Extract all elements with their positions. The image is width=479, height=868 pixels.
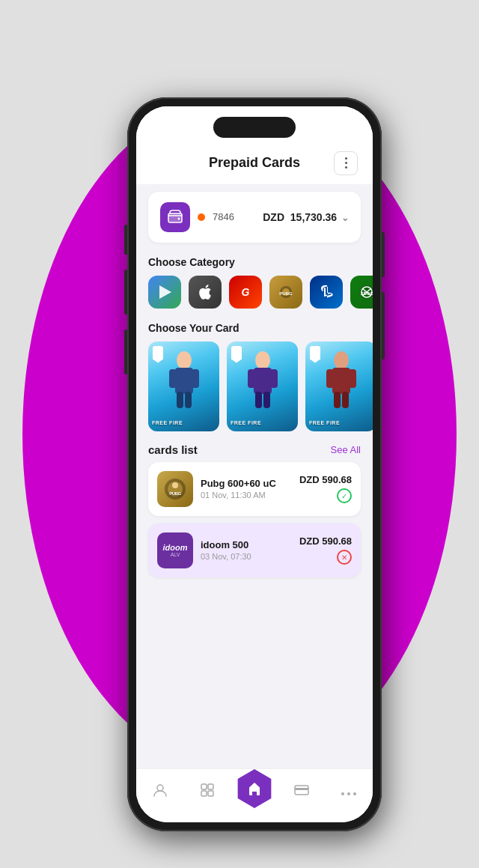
ff-card-label-3: FREE FIRE bbox=[309, 420, 340, 425]
volume-down-button bbox=[382, 292, 385, 359]
volume-down-left-button bbox=[124, 330, 127, 374]
pubg-card-name: Pubg 600+60 uC bbox=[201, 478, 292, 489]
dynamic-island bbox=[213, 117, 296, 138]
svg-point-47 bbox=[341, 792, 344, 795]
idoom-sub: ALV bbox=[163, 552, 188, 558]
category-item-pubg[interactable]: PUBG bbox=[269, 276, 302, 309]
status-dot bbox=[198, 213, 205, 221]
success-status-icon: ✓ bbox=[337, 488, 352, 503]
svg-point-40 bbox=[157, 785, 163, 791]
category-item-google[interactable] bbox=[148, 276, 181, 309]
phone-mockup: Prepaid Cards bbox=[127, 97, 382, 831]
idoom-card-price: DZD 590.68 bbox=[299, 535, 352, 547]
ff-title-bar-3: FREE FIRE bbox=[305, 415, 373, 431]
svg-rect-42 bbox=[208, 784, 213, 789]
svg-rect-27 bbox=[349, 369, 356, 388]
pubg-card-price: DZD 590.68 bbox=[299, 474, 352, 485]
svg-rect-21 bbox=[270, 369, 278, 388]
category-scroll[interactable]: G PUBG bbox=[136, 273, 373, 316]
pubg-card-info: Pubg 600+60 uC 01 Nov, 11:30 AM bbox=[201, 478, 292, 500]
google-play-icon bbox=[148, 276, 181, 309]
svg-rect-23 bbox=[263, 392, 270, 408]
menu-button[interactable] bbox=[334, 151, 358, 175]
svg-marker-2 bbox=[159, 285, 171, 299]
dots-vertical-icon bbox=[345, 157, 347, 169]
svg-point-18 bbox=[255, 351, 270, 369]
cards-list-header: cards list See All bbox=[136, 439, 373, 462]
list-item-pubg[interactable]: PUBG Pubg 600+60 uC 01 Nov, 11:30 AM DZD… bbox=[148, 462, 361, 516]
phone-body: Prepaid Cards bbox=[127, 97, 382, 831]
svg-point-48 bbox=[347, 792, 350, 795]
category-item-xbox[interactable]: xbox bbox=[350, 276, 373, 309]
idoom-card-right: DZD 590.68 ✕ bbox=[299, 535, 352, 565]
svg-rect-14 bbox=[169, 369, 177, 388]
svg-text:xbox: xbox bbox=[361, 290, 373, 295]
svg-point-12 bbox=[177, 351, 192, 369]
balance-amount: DZD 15,730.36 ⌄ bbox=[263, 211, 349, 223]
xbox-icon: xbox bbox=[350, 276, 373, 309]
ff-character-3 bbox=[305, 342, 373, 416]
balance-card[interactable]: 7846 DZD 15,730.36 ⌄ bbox=[148, 192, 361, 243]
category-item-playstation[interactable] bbox=[310, 276, 343, 309]
dot-2 bbox=[345, 162, 347, 164]
nav-item-cards[interactable] bbox=[278, 782, 326, 802]
game-card-freefire-1[interactable]: FREE FIRE bbox=[148, 342, 219, 431]
dot-1 bbox=[345, 157, 347, 160]
category-item-garena[interactable]: G bbox=[229, 276, 262, 309]
nav-item-home[interactable] bbox=[231, 769, 278, 814]
game-card-freefire-3[interactable]: FREE FIRE bbox=[305, 342, 373, 431]
ff-card-label-1: FREE FIRE bbox=[152, 420, 183, 425]
svg-rect-17 bbox=[185, 392, 192, 408]
ff-title-bar-2: FREE FIRE bbox=[227, 415, 298, 431]
list-item-idoom[interactable]: idoom ALV idoom 500 03 Nov, 07:30 DZD 59… bbox=[148, 523, 361, 577]
phone-screen: Prepaid Cards bbox=[136, 106, 373, 822]
power-button bbox=[382, 232, 385, 277]
svg-rect-15 bbox=[192, 369, 199, 388]
see-all-button[interactable]: See All bbox=[331, 444, 361, 455]
page-title: Prepaid Cards bbox=[175, 155, 334, 171]
svg-rect-0 bbox=[168, 213, 182, 222]
svg-rect-44 bbox=[208, 791, 213, 796]
choose-card-section-title: Choose Your Card bbox=[136, 316, 373, 339]
dot-3 bbox=[345, 166, 347, 169]
nav-item-profile[interactable] bbox=[136, 782, 183, 802]
svg-rect-29 bbox=[342, 392, 349, 408]
idoom-card-icon: idoom ALV bbox=[157, 532, 193, 568]
idoom-logo: idoom bbox=[163, 543, 188, 552]
pubg-card-icon: PUBG bbox=[157, 471, 193, 507]
svg-rect-25 bbox=[332, 368, 350, 394]
ff-title-bar-1: FREE FIRE bbox=[148, 415, 219, 431]
svg-rect-28 bbox=[334, 392, 341, 408]
svg-rect-16 bbox=[177, 392, 183, 408]
fail-status-icon: ✕ bbox=[337, 550, 352, 565]
currency-label: DZD bbox=[263, 211, 284, 223]
more-icon bbox=[341, 783, 357, 801]
svg-rect-19 bbox=[254, 368, 272, 394]
cards-icon bbox=[293, 782, 310, 802]
svg-point-38 bbox=[172, 482, 178, 488]
app-content: Prepaid Cards bbox=[136, 106, 373, 822]
ff-character-2 bbox=[227, 342, 298, 416]
chevron-down-icon: ⌄ bbox=[341, 213, 349, 223]
garena-icon: G bbox=[229, 276, 262, 309]
idoom-card-name: idoom 500 bbox=[201, 539, 292, 550]
svg-rect-46 bbox=[295, 788, 308, 790]
nav-item-more[interactable] bbox=[326, 783, 373, 801]
svg-rect-41 bbox=[201, 784, 207, 789]
idoom-card-date: 03 Nov, 07:30 bbox=[201, 552, 292, 561]
bottom-navigation bbox=[136, 768, 373, 822]
category-item-apple[interactable] bbox=[189, 276, 222, 309]
game-card-freefire-2[interactable]: FREE FIRE bbox=[227, 342, 298, 431]
amount-value: 15,730.36 bbox=[290, 211, 337, 223]
svg-text:PUBG: PUBG bbox=[279, 291, 293, 296]
svg-text:PUBG: PUBG bbox=[169, 491, 181, 496]
home-button[interactable] bbox=[235, 769, 274, 808]
category-section-title: Choose Category bbox=[136, 250, 373, 273]
ff-character-1 bbox=[148, 342, 219, 416]
nav-item-grid[interactable] bbox=[183, 783, 231, 801]
profile-icon bbox=[152, 782, 168, 802]
svg-rect-13 bbox=[175, 368, 193, 394]
cards-scroll[interactable]: FREE FIRE bbox=[136, 339, 373, 439]
ff-card-label-2: FREE FIRE bbox=[231, 420, 261, 425]
svg-point-24 bbox=[334, 351, 349, 369]
